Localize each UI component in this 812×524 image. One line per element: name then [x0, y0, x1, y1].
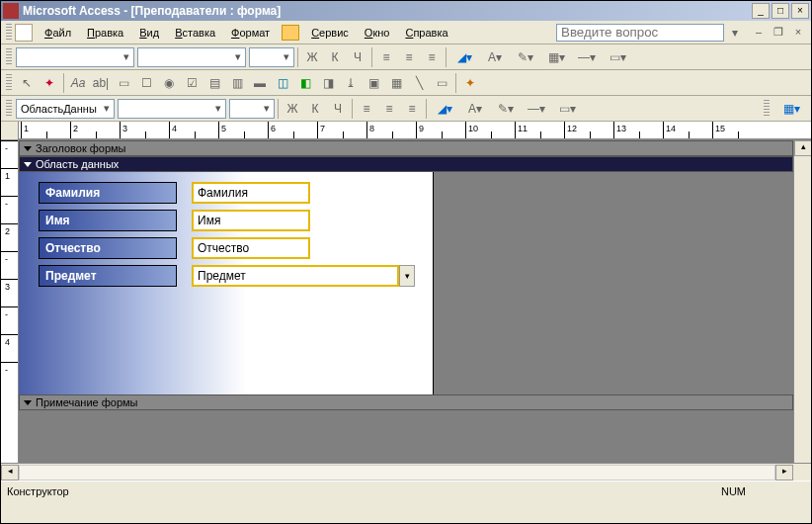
underline-button[interactable]: Ч	[347, 46, 368, 68]
menu-справка[interactable]: Справка	[397, 25, 455, 41]
unbound-tool-icon[interactable]: ◧	[294, 72, 316, 94]
align-right-icon[interactable]: ≡	[421, 46, 443, 68]
field-label-Фамилия[interactable]: Фамилия	[39, 182, 177, 204]
tab-tool-icon[interactable]: ▣	[363, 72, 384, 94]
field-Отчество[interactable]: Отчество	[192, 237, 310, 259]
grip-icon[interactable]	[6, 74, 12, 92]
scroll-right-button[interactable]: ▸	[775, 465, 793, 480]
border-button[interactable]: ▦▾	[541, 46, 571, 68]
field-Предмет[interactable]: Предмет	[192, 265, 399, 287]
status-mode: Конструктор	[7, 485, 69, 497]
question-dropdown-icon[interactable]: ▾	[724, 22, 746, 44]
menu-вставка[interactable]: Вставка	[167, 25, 223, 41]
effect-button-2[interactable]: ▭▾	[552, 98, 582, 120]
scroll-up-button[interactable]: ▴	[794, 140, 812, 156]
font-color-button-2[interactable]: A▾	[460, 98, 490, 120]
maximize-button[interactable]: □	[771, 3, 789, 19]
fill-color-button-2[interactable]: ◢▾	[430, 98, 459, 120]
listbox-tool-icon[interactable]: ▥	[226, 72, 248, 94]
menu-правка[interactable]: Правка	[79, 25, 131, 41]
field-Имя[interactable]: Имя	[192, 210, 310, 231]
font-combo-2[interactable]: ▾	[118, 99, 226, 119]
field-label-Имя[interactable]: Имя	[39, 210, 177, 231]
form-design-canvas[interactable]: Заголовок формы Область данных ФамилияФа…	[19, 140, 793, 463]
more-tools-icon[interactable]: ✦	[459, 72, 481, 94]
menu-сервис[interactable]: Сервис	[303, 25, 357, 41]
align-center-icon[interactable]: ≡	[398, 46, 420, 68]
menu-вид[interactable]: Вид	[131, 25, 167, 41]
help-question-input[interactable]	[556, 24, 724, 42]
combo-dropdown-button[interactable]: ▾	[399, 265, 415, 287]
checkbox-tool-icon[interactable]: ☑	[181, 72, 203, 94]
bound-tool-icon[interactable]: ◨	[317, 72, 339, 94]
italic-button[interactable]: К	[324, 46, 346, 68]
grip-icon[interactable]	[6, 100, 12, 118]
font-color-button[interactable]: A▾	[480, 46, 510, 68]
effects-button[interactable]: —▾	[572, 46, 602, 68]
vertical-scrollbar[interactable]: ▴	[793, 140, 811, 463]
fontsize-combo-2[interactable]: ▾	[229, 99, 275, 119]
vertical-ruler[interactable]: -1-2-3-4-	[1, 140, 19, 463]
grip-icon[interactable]	[6, 48, 12, 66]
combobox-tool-icon[interactable]: ▤	[203, 72, 225, 94]
fontsize-combo[interactable]: ▾	[249, 47, 294, 67]
status-numlock: NUM	[721, 485, 746, 497]
fill-color-button[interactable]: ◢▾	[449, 46, 479, 68]
mdi-close-button[interactable]: ×	[791, 26, 805, 39]
image-tool-icon[interactable]: ◫	[272, 72, 293, 94]
object-combo[interactable]: ▾	[16, 47, 134, 67]
textbox-tool-icon[interactable]: ab|	[90, 72, 112, 94]
grip-icon[interactable]	[764, 100, 770, 118]
scroll-left-button[interactable]: ◂	[1, 465, 19, 480]
form-icon[interactable]	[15, 24, 33, 42]
align-left-icon[interactable]: ≡	[375, 46, 397, 68]
field-label-Отчество[interactable]: Отчество	[39, 237, 177, 259]
field-label-Предмет[interactable]: Предмет	[39, 265, 177, 287]
detail-section-bar[interactable]: Область данных	[19, 156, 793, 172]
menubar: ФайлПравкаВидВставкаФорматСервисОкноСпра…	[1, 21, 811, 44]
line-tool-icon[interactable]: ╲	[408, 72, 430, 94]
toggle-tool-icon[interactable]: ☐	[135, 72, 157, 94]
grip-icon[interactable]	[6, 24, 12, 42]
line-color-button-2[interactable]: ✎▾	[491, 98, 521, 120]
align-right-icon-2[interactable]: ≡	[401, 98, 423, 120]
select-tool-icon[interactable]: ↖	[16, 72, 38, 94]
form-footer-section-bar[interactable]: Примечание формы	[19, 394, 793, 410]
menu-файл[interactable]: Файл	[37, 25, 79, 41]
formatting-toolbar-1: ▾ ▾ ▾ Ж К Ч ≡ ≡ ≡ ◢▾ A▾ ✎▾ ▦▾ —▾ ▭▾	[1, 44, 811, 70]
mdi-restore-button[interactable]: ❐	[771, 26, 785, 39]
close-button[interactable]: ×	[791, 3, 809, 19]
subform-tool-icon[interactable]: ▦	[385, 72, 407, 94]
special-effect-button[interactable]: ▭▾	[603, 46, 632, 68]
form-header-section-bar[interactable]: Заголовок формы	[19, 140, 793, 156]
border-button-2[interactable]: —▾	[522, 98, 551, 120]
detail-section[interactable]: ФамилияФамилияИмяИмяОтчествоОтчествоПред…	[19, 172, 434, 394]
font-combo[interactable]: ▾	[137, 47, 246, 67]
view-button[interactable]: ▦▾	[773, 98, 809, 120]
horizontal-scrollbar[interactable]: ◂ ▸	[1, 463, 811, 480]
horizontal-ruler[interactable]: 123456789101112131415	[19, 122, 811, 139]
app-icon	[3, 3, 19, 19]
option-tool-icon[interactable]: ◉	[158, 72, 180, 94]
italic-button-2[interactable]: К	[304, 98, 326, 120]
bold-button-2[interactable]: Ж	[282, 98, 303, 120]
wizard-tool-icon[interactable]: ✦	[39, 72, 60, 94]
mdi-minimize-button[interactable]: –	[752, 26, 766, 39]
line-color-button[interactable]: ✎▾	[511, 46, 540, 68]
ruler-corner	[1, 122, 19, 139]
label-tool-icon[interactable]: Aa	[67, 72, 89, 94]
menu-формат[interactable]: Формат	[223, 25, 278, 41]
align-center-icon-2[interactable]: ≡	[378, 98, 400, 120]
align-left-icon-2[interactable]: ≡	[356, 98, 377, 120]
underline-button-2[interactable]: Ч	[327, 98, 349, 120]
rect-tool-icon[interactable]: ▭	[431, 72, 452, 94]
button-tool-icon[interactable]: ▬	[249, 72, 271, 94]
bold-button[interactable]: Ж	[301, 46, 323, 68]
minimize-button[interactable]: _	[752, 3, 770, 19]
folder-icon[interactable]	[282, 25, 299, 41]
menu-окно[interactable]: Окно	[357, 25, 398, 41]
pagebreak-tool-icon[interactable]: ⤓	[340, 72, 362, 94]
group-tool-icon[interactable]: ▭	[113, 72, 134, 94]
field-Фамилия[interactable]: Фамилия	[192, 182, 310, 204]
section-combo[interactable]: ОбластьДанны▾	[16, 99, 115, 119]
